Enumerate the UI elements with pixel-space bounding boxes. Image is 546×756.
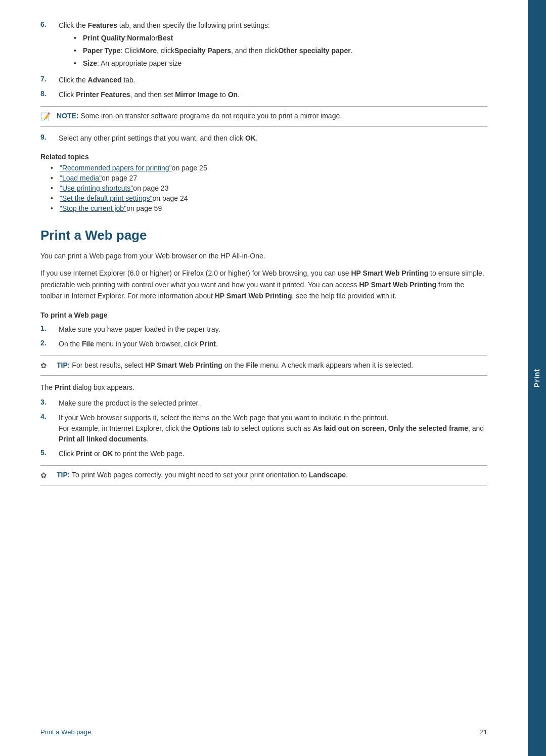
print-step-2-content: On the File menu in your Web browser, cl… bbox=[59, 339, 487, 349]
step-6: 6. Click the Features tab, and then spec… bbox=[40, 20, 487, 71]
bullet-paper-type: Paper Type: Click More, click Specialty … bbox=[74, 46, 487, 56]
tip-2-text: To print Web pages correctly, you might … bbox=[72, 471, 348, 479]
related-links-list: "Recommended papers for printing" on pag… bbox=[51, 164, 487, 212]
subsection-title: To print a Web page bbox=[40, 311, 487, 319]
note-icon: 📝 bbox=[40, 112, 53, 121]
print-step-1-content: Make sure you have paper loaded in the p… bbox=[59, 324, 487, 335]
tip-2-content: TIP: To print Web pages correctly, you m… bbox=[57, 471, 348, 479]
print-bold-5: Print bbox=[76, 450, 92, 458]
bullet-print-quality: Print Quality: Normal or Best bbox=[74, 33, 487, 43]
footer-page-number: 21 bbox=[480, 728, 487, 736]
pq-best: Best bbox=[158, 33, 173, 43]
print-step-1-number: 1. bbox=[40, 324, 56, 332]
tip-file: File bbox=[246, 361, 258, 369]
landscape-bold: Landscape bbox=[309, 471, 346, 479]
advanced-bold: Advanced bbox=[88, 76, 122, 84]
tip-2-label: TIP: bbox=[57, 471, 70, 479]
file-bold: File bbox=[82, 340, 94, 348]
step-8: 8. Click Printer Features, and then set … bbox=[40, 90, 487, 100]
side-tab: Print bbox=[528, 0, 546, 756]
section-title: Print a Web page bbox=[40, 228, 487, 243]
hp-smart-web-bold-2: HP Smart Web Printing bbox=[359, 281, 436, 289]
print-step-3: 3. Make sure the product is the selected… bbox=[40, 398, 487, 409]
pt-other: Other specialty paper bbox=[278, 46, 350, 56]
tip-icon-1: ✿ bbox=[40, 361, 53, 370]
step-6-bullets: Print Quality: Normal or Best Paper Type… bbox=[74, 33, 487, 69]
print-step-3-number: 3. bbox=[40, 398, 56, 406]
related-link-1[interactable]: "Recommended papers for printing" on pag… bbox=[51, 164, 487, 172]
related-link-3[interactable]: "Use printing shortcuts" on page 23 bbox=[51, 184, 487, 192]
side-tab-label: Print bbox=[533, 369, 541, 387]
tip-1-content: TIP: For best results, select HP Smart W… bbox=[57, 361, 413, 369]
link-load-media[interactable]: "Load media" bbox=[60, 174, 102, 182]
print-step-5-content: Click Print or OK to print the Web page. bbox=[59, 449, 487, 459]
pq-normal: Normal bbox=[127, 33, 151, 43]
print-step-4-content: If your Web browser supports it, select … bbox=[59, 413, 487, 444]
link-printing-shortcuts[interactable]: "Use printing shortcuts" bbox=[60, 184, 133, 192]
footer-link[interactable]: Print a Web page bbox=[40, 728, 91, 736]
ok-bold: OK bbox=[245, 134, 256, 142]
note-label: NOTE: bbox=[57, 112, 79, 120]
step-6-number: 6. bbox=[40, 20, 56, 28]
tip-1-text: For best results, select HP Smart Web Pr… bbox=[72, 361, 413, 369]
print-dialog-text: The Print dialog box appears. bbox=[40, 382, 487, 393]
hp-smart-web-bold-1: HP Smart Web Printing bbox=[351, 269, 428, 277]
step-8-content: Click Printer Features, and then set Mir… bbox=[59, 90, 487, 100]
pq-bold: Print Quality bbox=[83, 33, 125, 43]
link-stop-current-job[interactable]: "Stop the current job" bbox=[60, 204, 126, 212]
print-step-1: 1. Make sure you have paper loaded in th… bbox=[40, 324, 487, 335]
print-step-4: 4. If your Web browser supports it, sele… bbox=[40, 413, 487, 444]
tip-icon-2: ✿ bbox=[40, 471, 53, 480]
options-bold: Options bbox=[193, 424, 219, 432]
step-7-content: Click the Advanced tab. bbox=[59, 75, 487, 85]
on-bold: On bbox=[228, 91, 238, 99]
section-intro2: If you use Internet Explorer (6.0 or hig… bbox=[40, 268, 487, 301]
print-step-4-number: 4. bbox=[40, 413, 56, 421]
page-footer: Print a Web page 21 bbox=[0, 718, 528, 746]
print-all-linked: Print all linked documents bbox=[59, 435, 147, 443]
related-link-2[interactable]: "Load media" on page 27 bbox=[51, 174, 487, 182]
step-7: 7. Click the Advanced tab. bbox=[40, 75, 487, 85]
tip-1-label: TIP: bbox=[57, 361, 70, 369]
print-step-5-number: 5. bbox=[40, 449, 56, 457]
section-intro1: You can print a Web page from your Web b… bbox=[40, 250, 487, 261]
features-bold: Features bbox=[88, 21, 117, 29]
hp-smart-web-bold-3: HP Smart Web Printing bbox=[215, 292, 292, 300]
step-7-number: 7. bbox=[40, 75, 56, 83]
print-step-5: 5. Click Print or OK to print the Web pa… bbox=[40, 449, 487, 459]
pt-specialty: Specialty Papers bbox=[174, 46, 231, 56]
print-bold: Print bbox=[200, 340, 216, 348]
note-box: 📝 NOTE: Some iron-on transfer software p… bbox=[40, 106, 487, 127]
note-content: NOTE: Some iron-on transfer software pro… bbox=[57, 112, 342, 120]
as-laid-out: As laid out on screen bbox=[313, 424, 385, 432]
related-link-5[interactable]: "Stop the current job" on page 59 bbox=[51, 204, 487, 212]
tip-hp-smart: HP Smart Web Printing bbox=[145, 361, 222, 369]
step-6-content: Click the Features tab, and then specify… bbox=[59, 20, 487, 71]
only-selected-frame: Only the selected frame bbox=[388, 424, 468, 432]
step-9: 9. Select any other print settings that … bbox=[40, 133, 487, 144]
mirror-image-bold: Mirror Image bbox=[175, 91, 218, 99]
size-bold: Size bbox=[83, 58, 97, 69]
note-text: Some iron-on transfer software programs … bbox=[80, 112, 342, 120]
bullet-size: Size: An appropriate paper size bbox=[74, 58, 487, 69]
tip-box-1: ✿ TIP: For best results, select HP Smart… bbox=[40, 355, 487, 376]
step-9-number: 9. bbox=[40, 133, 56, 141]
print-dialog-bold: Print bbox=[55, 383, 71, 391]
pt-bold: Paper Type bbox=[83, 46, 120, 56]
related-link-4[interactable]: "Set the default print settings" on page… bbox=[51, 194, 487, 202]
tip-box-2: ✿ TIP: To print Web pages correctly, you… bbox=[40, 465, 487, 485]
printer-features-bold: Printer Features bbox=[76, 91, 130, 99]
print-step-2: 2. On the File menu in your Web browser,… bbox=[40, 339, 487, 349]
step-8-number: 8. bbox=[40, 90, 56, 98]
print-step-3-content: Make sure the product is the selected pr… bbox=[59, 398, 487, 409]
related-topics: Related topics "Recommended papers for p… bbox=[40, 153, 487, 212]
related-topics-title: Related topics bbox=[40, 153, 487, 161]
ok-bold-5: OK bbox=[102, 450, 113, 458]
link-default-print-settings[interactable]: "Set the default print settings" bbox=[60, 194, 153, 202]
link-recommended-papers[interactable]: "Recommended papers for printing" bbox=[60, 164, 172, 172]
pt-more: More bbox=[140, 46, 157, 56]
print-step-2-number: 2. bbox=[40, 339, 56, 347]
step-9-content: Select any other print settings that you… bbox=[59, 133, 487, 144]
